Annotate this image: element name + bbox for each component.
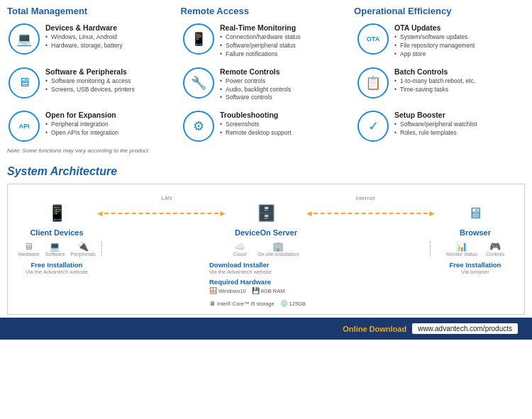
client-install-title: Free Installation [18, 261, 96, 269]
client-sub-software: Software [45, 252, 65, 257]
client-sub-hardware: Hardware [18, 252, 39, 257]
feature-text: Remote ControlsPower controlsAudio, back… [220, 67, 291, 103]
feature-bullet: Windows, Linux, Android [45, 33, 123, 42]
top-section: Total Management Remote Access Operation… [0, 0, 532, 161]
client-title: Client Devices [30, 228, 83, 237]
browser-install-sub: Via browser [436, 269, 514, 275]
feature-text: Batch Controls1-to-many batch reboot, et… [394, 67, 475, 94]
feature-bullet: Open APIs for integration [45, 129, 118, 138]
feature-title: Troubleshooting [220, 111, 292, 119]
feature-item: 💻Devices & HardwareWindows, Linux, Andro… [7, 21, 176, 62]
req-hw-item: 🪟Windows10 [209, 287, 246, 294]
feature-bullet: Screens, USB devices, printers [45, 86, 135, 94]
browser-sub-monitor: Monitor status [446, 252, 477, 257]
req-hw-item: 💾8GB RAM [252, 287, 285, 294]
req-hw-label: Intel® Core™ i5 storage [217, 301, 275, 307]
feature-icon: ⚙ [183, 111, 214, 142]
server-sub-cloud: Cloud [233, 252, 246, 257]
client-sub-peripherals: Peripherals [70, 252, 95, 257]
feature-title: OTA Updates [394, 23, 475, 32]
feature-title: Remote Controls [220, 67, 291, 76]
feature-bullet: Hardware, storage, battery [45, 42, 123, 50]
req-hw-icon: 🖥 [209, 300, 216, 307]
client-install-sub: Via the Advantech website [18, 269, 96, 275]
req-hw-icon: 🪟 [209, 287, 217, 294]
feature-title: Real-Time Monitoring [220, 23, 301, 32]
server-sub-onsite: On-site-installation [257, 252, 299, 257]
browser-title: Browser [460, 228, 491, 237]
feature-icon: 📋 [358, 67, 389, 99]
feature-item: ⚙TroubleshootingScreenshotsRemote deskto… [182, 108, 350, 145]
feature-bullet: File repository management [394, 42, 475, 50]
arch-diagram: LAN Internet 📱 ◄ ► 🗄️ [7, 184, 525, 315]
footer-label: Online Download [343, 325, 406, 333]
features-grid: 💻Devices & HardwareWindows, Linux, Andro… [7, 21, 525, 145]
req-hw-icon: 💿 [280, 300, 288, 307]
feature-item: APIOpen for ExpansionPeripheral integrat… [7, 108, 176, 145]
feature-icon: 🔧 [183, 67, 214, 99]
feature-bullet: Roles, rule templates [394, 129, 477, 138]
req-hw-item: 🖥Intel® Core™ i5 storage [209, 300, 275, 307]
bottom-bar: Online Download www.advantech.com/produc… [0, 318, 532, 340]
feature-icon: ✓ [358, 111, 389, 142]
feature-bullet: 1-to-many batch reboot, etc. [394, 77, 475, 86]
browser-sub-controls: Controls [486, 252, 504, 257]
col1-header: Total Management [7, 6, 178, 16]
feature-title: Open for Expansion [45, 111, 118, 119]
col2-header: Remote Access [181, 6, 352, 16]
feature-text: Open for ExpansionPeripheral integration… [45, 111, 118, 138]
feature-bullet: Software controls [220, 94, 291, 102]
feature-item: 📱Real-Time MonitoringConnection/hardware… [182, 21, 350, 62]
feature-bullet: Screenshots [220, 121, 292, 129]
feature-bullet: Software/peripheral watchlist [394, 121, 477, 129]
feature-bullet: Time-saving tasks [394, 86, 475, 94]
server-title: DeviceOn Server [235, 228, 297, 237]
feature-item: 📋Batch Controls1-to-many batch reboot, e… [356, 65, 525, 106]
server-icon: 🗄️ [257, 204, 276, 223]
feature-title: Setup Booster [394, 111, 477, 119]
server-install-sub: Via the Advantech website [209, 269, 323, 275]
feature-text: Setup BoosterSoftware/peripheral watchli… [394, 111, 477, 138]
server-install-title: Download Installer [209, 261, 323, 269]
feature-icon: OTA [358, 23, 389, 55]
feature-bullet: Audio, backlight controls [220, 86, 291, 94]
note-text: Note: Some functions may vary according … [7, 147, 525, 154]
feature-bullet: System/software updates [394, 33, 475, 42]
client-icon: 📱 [48, 204, 67, 223]
lan-label: LAN [161, 195, 172, 201]
arch-title: System Architecture [7, 165, 525, 178]
feature-icon: 🖥 [9, 67, 40, 99]
feature-text: OTA UpdatesSystem/software updatesFile r… [394, 23, 475, 59]
internet-label: Internet [355, 195, 375, 201]
feature-item: OTAOTA UpdatesSystem/software updatesFil… [356, 21, 525, 62]
feature-bullet: Connection/hardware status [220, 33, 301, 42]
feature-title: Batch Controls [394, 67, 475, 76]
feature-bullet: Remote desktop support [220, 129, 292, 138]
feature-icon: 📱 [183, 23, 214, 55]
arch-section: System Architecture LAN Internet 📱 ◄ ► [0, 161, 532, 315]
feature-text: Software & PeripheralsSoftware monitorin… [45, 67, 135, 94]
feature-bullet: Software/peripheral status [220, 42, 301, 50]
feature-title: Software & Peripherals [45, 67, 135, 76]
req-hardware-title: Required Hardware [209, 278, 323, 286]
columns-header: Total Management Remote Access Operation… [7, 6, 525, 16]
req-hw-label: Windows10 [218, 288, 246, 294]
feature-item: 🖥Software & PeripheralsSoftware monitori… [7, 65, 176, 106]
req-hw-label: 8GB RAM [261, 288, 285, 294]
footer-url: www.advantech.com/products [412, 323, 518, 334]
feature-item: 🔧Remote ControlsPower controlsAudio, bac… [182, 65, 350, 106]
col3-header: Operational Efficiency [354, 6, 525, 16]
feature-icon: API [9, 111, 40, 142]
browser-install-title: Free Installation [436, 261, 514, 269]
feature-text: Devices & HardwareWindows, Linux, Androi… [45, 23, 123, 50]
feature-bullet: Peripheral integration [45, 121, 118, 129]
feature-bullet: App store [394, 50, 475, 59]
feature-text: TroubleshootingScreenshotsRemote desktop… [220, 111, 292, 138]
feature-icon: 💻 [9, 23, 40, 55]
req-hw-item: 💿125GB [280, 300, 306, 307]
feature-text: Real-Time MonitoringConnection/hardware … [220, 23, 301, 59]
feature-title: Devices & Hardware [45, 23, 123, 32]
req-hw-label: 125GB [289, 301, 306, 307]
feature-bullet: Power controls [220, 77, 291, 86]
browser-icon: 🖥 [467, 204, 483, 223]
